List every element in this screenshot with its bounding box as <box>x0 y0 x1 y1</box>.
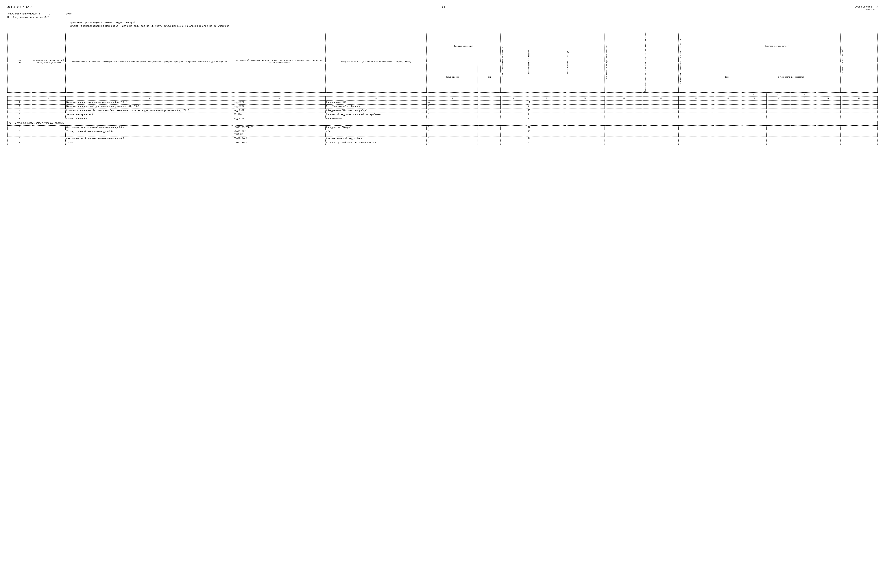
row-need: I9 <box>527 137 566 141</box>
row-q4 <box>816 113 841 117</box>
row-cost <box>840 137 877 141</box>
row-mfr: Объединение "Ватра" <box>325 126 427 130</box>
row-name: Светильник на 2 люминесцентные лампы по … <box>66 137 233 141</box>
col-cost-header: Стоимость всего тыс руб <box>840 31 877 93</box>
row-cost <box>840 130 877 136</box>
row-mfr: Степанокертский электротехнический з-д <box>325 141 427 145</box>
table-row: 3 Выключатель сдвоенный для утопленной у… <box>8 105 877 109</box>
section-label: IV. Источники света. Осветительные прибо… <box>9 122 64 124</box>
row-avail <box>643 117 679 121</box>
row-model: НПО19х60/РОО-0I <box>233 126 325 130</box>
row-need2 <box>604 100 643 105</box>
row-avail <box>643 113 679 117</box>
row-name: То же, с лампой накаливания до 60 Вт <box>66 130 233 136</box>
row-num: 6 <box>8 117 32 121</box>
row-unit: " <box>427 126 478 130</box>
row-unit: " <box>427 113 478 117</box>
row-price <box>566 130 605 136</box>
col-name-header: Наименование и техническая характеристик… <box>66 31 233 93</box>
row-q3 <box>791 113 816 117</box>
row-cost <box>840 108 877 113</box>
row-mat-code <box>501 141 527 145</box>
equip-label: На оборудование освещения З-I <box>8 16 877 19</box>
col-q1-header: I <box>714 93 742 96</box>
row-need: II <box>527 130 566 136</box>
row-need2 <box>604 113 643 117</box>
row-model: ЗП-220 <box>233 113 325 117</box>
header-row-quarters: I II III IV <box>8 93 877 96</box>
row-avail <box>643 137 679 141</box>
col-num-header: №№пп <box>8 31 32 93</box>
row-num: 3 <box>8 137 32 141</box>
row-mat-code <box>501 130 527 136</box>
row-declared <box>679 141 714 145</box>
row-q3 <box>791 130 816 136</box>
row-q3 <box>791 100 816 105</box>
col-total-header: Всего <box>714 62 742 93</box>
table-row: 6 Кнопка звонковая инд.070I им.Куйбышева… <box>8 117 877 121</box>
row-q1 <box>742 100 767 105</box>
col-q3-header: III <box>767 93 791 96</box>
row-unit-code <box>478 113 501 117</box>
row-need2 <box>604 126 643 130</box>
row-mfr: З-д "Пластмасс" г. Воронеж <box>325 105 427 109</box>
row-need: IO <box>527 126 566 130</box>
col-need-header: Потребность по проекту <box>527 31 566 93</box>
row-q2 <box>767 141 791 145</box>
row-num: 3 <box>8 105 32 109</box>
spec-label: ЗАКАЗНАЯ СПЕЦИФИКАЦИЯ № от 1978г. <box>8 12 75 15</box>
row-num: I <box>8 126 32 130</box>
row-pos <box>32 105 66 109</box>
row-declared <box>679 100 714 105</box>
row-name: Звонок электрический <box>66 113 233 117</box>
row-num: 4 <box>8 141 32 145</box>
row-q1 <box>742 141 767 145</box>
col-type-header: Тип, марка оборудо­вания; ката­лог, № че… <box>233 31 325 93</box>
row-unit-code <box>478 100 501 105</box>
row-mat-code <box>501 137 527 141</box>
row-model: ЛСО02-2х40 <box>233 141 325 145</box>
row-avail <box>643 141 679 145</box>
row-mat-code <box>501 126 527 130</box>
row-model: инд.070I <box>233 117 325 121</box>
row-price <box>566 141 605 145</box>
row-price <box>566 100 605 105</box>
row-total <box>714 113 742 117</box>
row-total <box>714 108 742 113</box>
row-mat-code <box>501 100 527 105</box>
col-numbers-row: 1 2 3 4 5 6 7 8 9 10 11 12 13 14 15 16 1… <box>8 96 877 100</box>
row-unit: " <box>427 130 478 136</box>
row-q4 <box>816 141 841 145</box>
row-model: инд.0282 <box>233 105 325 109</box>
row-cost <box>840 141 877 145</box>
row-price <box>566 117 605 121</box>
col-unit-header: Единица измерения <box>427 31 501 62</box>
row-mat-code <box>501 108 527 113</box>
row-q1 <box>742 105 767 109</box>
row-pos <box>32 117 66 121</box>
row-need: II <box>527 108 566 113</box>
row-unit-code <box>478 126 501 130</box>
row-total <box>714 117 742 121</box>
page-marker: - I4 - <box>439 6 448 11</box>
row-model: инд.0327 <box>233 108 325 113</box>
main-table: №№пп № по­зи­ции по тех­но­ло­ги­чес­кой… <box>8 31 877 145</box>
col-q2-header: II <box>742 93 767 96</box>
row-need2 <box>604 108 643 113</box>
total-sheets: Всего листов – 3 <box>855 6 877 8</box>
col-q4-header: IV <box>791 93 816 96</box>
table-row: 5 Звонок электрический ЗП-220 Московский… <box>8 113 877 117</box>
row-total <box>714 137 742 141</box>
row-declared <box>679 108 714 113</box>
row-price <box>566 105 605 109</box>
sheet-info: Всего листов – 3 лист № 2 <box>855 6 877 11</box>
row-need2 <box>604 130 643 136</box>
row-q4 <box>816 137 841 141</box>
table-row: 2 То же, с лампой накаливания до 60 Вт Н… <box>8 130 877 136</box>
row-pos <box>32 108 66 113</box>
row-q3 <box>791 117 816 121</box>
row-q4 <box>816 105 841 109</box>
row-avail <box>643 105 679 109</box>
row-name: Розетка штепсельная 2-х полосная без заз… <box>66 108 233 113</box>
row-cost <box>840 113 877 117</box>
